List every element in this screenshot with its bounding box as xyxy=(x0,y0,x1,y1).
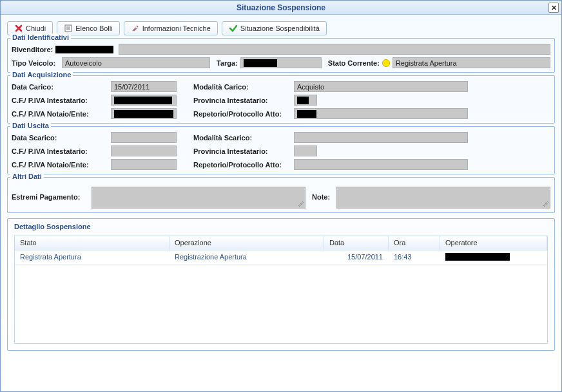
cell-operazione: Registrazione Apertura xyxy=(170,250,324,264)
fieldset-altri: Altri Dati Estremi Pagamento: Note: xyxy=(7,177,555,213)
prov-intestatario-usc-field xyxy=(294,145,317,156)
data-carico-field: 15/07/2011 xyxy=(111,81,177,92)
x-red-icon xyxy=(14,24,23,33)
rivenditore-value xyxy=(55,46,113,53)
repetorio-usc-label: Repetorio/Protocollo Atto: xyxy=(193,161,291,169)
titlebar: Situazione Sospensione ✕ xyxy=(1,1,561,15)
data-scarico-field xyxy=(111,132,177,143)
cf-intestatario-acq-field xyxy=(111,95,177,106)
prov-intestatario-usc-label: Provincia Intestatario: xyxy=(193,147,291,155)
cell-stato: Registrata Apertura xyxy=(15,250,170,264)
info-tecniche-label: Informazioni Tecniche xyxy=(142,24,211,32)
stato-corrente-label: Stato Corrente: xyxy=(328,59,380,67)
col-stato[interactable]: Stato xyxy=(15,236,170,250)
table-row[interactable]: Registrata Apertura Registrazione Apertu… xyxy=(15,250,547,265)
detail-title: Dettaglio Sospensione xyxy=(14,223,548,230)
close-button-label: Chiudi xyxy=(26,24,46,32)
note-field[interactable] xyxy=(336,187,550,209)
info-tecniche-button[interactable]: Informazioni Tecniche xyxy=(124,21,218,35)
dialog: Situazione Sospensione ✕ Chiudi Elenco B… xyxy=(0,0,562,392)
fieldset-uscita: Dati Uscita Data Scarico: Modalità Scari… xyxy=(7,126,555,174)
cell-ora: 16:43 xyxy=(389,250,440,264)
cf-intestatario-usc-field xyxy=(111,145,177,156)
cell-data: 15/07/2011 xyxy=(324,250,389,264)
col-operazione[interactable]: Operazione xyxy=(170,236,324,250)
list-icon xyxy=(64,24,73,33)
fieldset-acquisizione: Dati Acquisizione Data Carico: 15/07/201… xyxy=(7,75,555,124)
tipo-veicolo-label: Tipo Veicolo: xyxy=(12,59,59,67)
toolbar: Chiudi Elenco Bolli Informazioni Tecnich… xyxy=(7,21,555,35)
prov-intestatario-acq-field xyxy=(294,95,317,106)
modalita-scarico-field xyxy=(294,132,468,143)
content: Chiudi Elenco Bolli Informazioni Tecnich… xyxy=(1,15,561,391)
targa-label: Targa: xyxy=(217,59,238,67)
repetorio-acq-field xyxy=(294,108,468,119)
cell-operatore xyxy=(440,250,547,264)
col-operatore[interactable]: Operatore xyxy=(440,236,547,250)
tipo-veicolo-field: Autoveicolo xyxy=(62,57,210,68)
cf-intestatario-usc-label: C.F./ P.IVA Intestatario: xyxy=(12,147,108,155)
cf-notaio-usc-field xyxy=(111,159,177,170)
status-dot-icon xyxy=(382,59,390,67)
detail-grid[interactable]: Stato Operazione Data Ora Operatore Regi… xyxy=(14,236,548,344)
situazione-sosp-label: Situazione Sospendibilità xyxy=(240,24,320,32)
legend-identificativi: Dati Identificativi xyxy=(10,33,71,41)
data-carico-label: Data Carico: xyxy=(12,83,108,91)
prov-intestatario-acq-label: Provincia Intestatario: xyxy=(193,97,291,104)
stato-corrente-field: Registrata Apertura xyxy=(392,57,550,68)
window-title: Situazione Sospensione xyxy=(237,3,325,12)
modalita-carico-label: Modalità Carico: xyxy=(193,83,291,91)
cf-notaio-acq-label: C.F./ P.IVA Notaio/Ente: xyxy=(12,110,108,118)
legend-altri: Altri Dati xyxy=(10,173,44,180)
situazione-sosp-button[interactable]: Situazione Sospendibilità xyxy=(222,21,327,35)
legend-uscita: Dati Uscita xyxy=(10,122,51,129)
col-data[interactable]: Data xyxy=(324,236,389,250)
estremi-pagamento-field[interactable] xyxy=(92,187,305,209)
legend-acquisizione: Dati Acquisizione xyxy=(10,71,73,79)
repetorio-usc-field xyxy=(294,159,468,170)
cf-intestatario-acq-label: C.F./ P.IVA Intestatario: xyxy=(12,97,108,104)
col-ora[interactable]: Ora xyxy=(389,236,440,250)
detail-panel: Dettaglio Sospensione Stato Operazione D… xyxy=(7,218,555,351)
elenco-bolli-label: Elenco Bolli xyxy=(75,24,112,32)
data-scarico-label: Data Scarico: xyxy=(12,134,108,142)
grid-header: Stato Operazione Data Ora Operatore xyxy=(15,236,547,250)
estremi-pagamento-label: Estremi Pagamento: xyxy=(12,187,89,201)
note-label: Note: xyxy=(312,187,334,201)
modalita-carico-field: Acquisto xyxy=(294,81,468,92)
cf-notaio-usc-label: C.F./ P.IVA Notaio/Ente: xyxy=(12,161,108,169)
check-green-icon xyxy=(229,24,238,33)
rivenditore-label: Rivenditore: xyxy=(12,46,53,53)
repetorio-acq-label: Repetorio/Protocollo Atto: xyxy=(193,110,291,118)
fieldset-identificativi: Dati Identificativi Rivenditore: Tipo Ve… xyxy=(7,38,555,73)
tools-icon xyxy=(131,24,140,33)
close-icon[interactable]: ✕ xyxy=(548,3,559,13)
rivenditore-field xyxy=(119,44,550,55)
cf-notaio-acq-field xyxy=(111,108,177,119)
targa-field xyxy=(240,57,322,68)
modalita-scarico-label: Modalità Scarico: xyxy=(193,134,291,142)
